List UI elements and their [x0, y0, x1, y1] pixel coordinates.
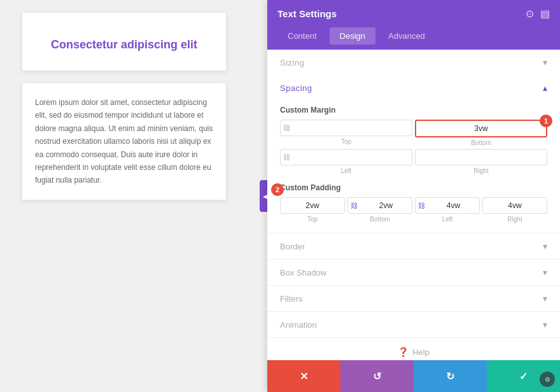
padding-right-wrapper [482, 197, 547, 214]
tabs-row: Content Design Advanced [267, 27, 560, 50]
layout-icon[interactable]: ▤ [540, 8, 550, 20]
spacing-section: Spacing ▴ Custom Margin ⛓ Top [267, 75, 560, 234]
padding-bottom-group: ⛓ Bottom [347, 197, 412, 223]
box-shadow-title: Box Shadow [280, 268, 326, 277]
canvas-heading: Consectetur adipiscing elit [35, 25, 213, 58]
margin-bottom-label: Bottom [471, 139, 491, 146]
settings-panel: Text Settings ⊙ ▤ Content Design Advance… [267, 0, 560, 392]
settings-icon[interactable]: ⊙ [526, 8, 534, 20]
margin-left-group: ⛓ Left [280, 149, 412, 174]
header-icons: ⊙ ▤ [526, 8, 550, 20]
margin-right-wrapper [415, 149, 547, 165]
margin-right-input[interactable] [416, 150, 547, 165]
filters-section-header[interactable]: Filters ▾ [267, 286, 560, 312]
padding-left-input[interactable] [428, 198, 479, 213]
margin-right-label: Right [473, 167, 488, 174]
padding-grid: Top ⛓ Bottom ⛓ [280, 197, 547, 223]
redo-button[interactable]: ↻ [414, 360, 487, 392]
margin-left-wrapper: ⛓ [280, 149, 412, 165]
margin-top-label: Top [341, 138, 351, 145]
border-chevron: ▾ [543, 241, 547, 251]
padding-right-input[interactable] [483, 198, 547, 213]
custom-margin-label: Custom Margin [280, 106, 547, 115]
padding-right-group: Right [482, 197, 547, 223]
padding-link-icon[interactable]: ⛓ [348, 202, 360, 209]
box-shadow-section-header[interactable]: Box Shadow ▾ [267, 260, 560, 286]
filters-chevron: ▾ [543, 293, 547, 304]
animation-section-header[interactable]: Animation ▾ [267, 312, 560, 338]
padding-left-wrapper: ⛓ [415, 197, 480, 214]
margin-bottom-wrapper [415, 120, 547, 137]
padding-right-label: Right [507, 216, 522, 223]
box-shadow-chevron: ▾ [543, 267, 547, 277]
custom-padding-label: Custom Padding [280, 183, 547, 192]
margin-left-label: Left [341, 167, 352, 174]
corner-icon[interactable]: ⚙ [540, 372, 555, 387]
panel-header: Text Settings ⊙ ▤ [267, 0, 560, 27]
sizing-section-header[interactable]: Sizing ▾ [267, 50, 560, 75]
margin-bottom-input[interactable] [416, 121, 546, 136]
margin-left-input[interactable] [293, 150, 412, 165]
help-label: Help [412, 347, 430, 357]
heading-card: Consectetur adipiscing elit [22, 13, 226, 71]
help-icon: ❓ [398, 347, 409, 357]
border-section-header[interactable]: Border ▾ [267, 234, 560, 260]
spacing-section-header[interactable]: Spacing ▴ [267, 75, 560, 101]
body-card: Lorem ipsum dolor sit amet, consectetur … [22, 83, 226, 200]
tab-content[interactable]: Content [277, 27, 327, 45]
margin-grid: ⛓ Top 1 Bottom [280, 120, 547, 174]
animation-title: Animation [280, 320, 317, 330]
padding-left-link-icon[interactable]: ⛓ [416, 202, 428, 209]
canvas-area: Consectetur adipiscing elit Lorem ipsum … [0, 0, 248, 392]
margin-left-link-icon[interactable]: ⛓ [281, 153, 293, 161]
padding-bottom-label: Bottom [370, 216, 390, 223]
panel-content: Sizing ▾ Spacing ▴ Custom Margin ⛓ [267, 50, 560, 360]
sizing-chevron: ▾ [543, 57, 547, 67]
padding-bottom-input[interactable] [360, 198, 412, 213]
tab-advanced[interactable]: Advanced [378, 27, 435, 45]
margin-bottom-group: 1 Bottom [415, 120, 547, 146]
border-title: Border [280, 242, 305, 251]
padding-top-label: Top [307, 216, 318, 223]
spacing-chevron: ▴ [543, 83, 547, 93]
padding-bottom-wrapper: ⛓ [347, 197, 412, 214]
margin-top-group: ⛓ Top [280, 120, 412, 146]
margin-right-group: Right [415, 149, 547, 174]
padding-left-group: ⛓ Left [415, 197, 480, 223]
bottom-bar: ✕ ↺ ↻ ✓ [267, 360, 560, 392]
spacing-content: Custom Margin ⛓ Top [267, 101, 560, 233]
padding-left-label: Left [442, 216, 453, 223]
margin-top-input[interactable] [293, 120, 412, 136]
spacing-title: Spacing [280, 83, 312, 93]
badge-2: 2 [271, 183, 284, 196]
padding-top-group: Top [280, 197, 345, 223]
panel-title: Text Settings [277, 8, 337, 19]
filters-title: Filters [280, 294, 302, 304]
padding-top-input[interactable] [281, 198, 344, 213]
corner-icon-symbol: ⚙ [545, 376, 550, 383]
margin-top-link-icon[interactable]: ⛓ [281, 124, 293, 132]
help-row[interactable]: ❓ Help [267, 338, 560, 360]
tab-design[interactable]: Design [330, 27, 375, 45]
reset-button[interactable]: ↺ [340, 360, 414, 392]
margin-top-wrapper: ⛓ [280, 120, 412, 136]
padding-section: Custom Padding 2 Top ⛓ [280, 183, 547, 223]
cancel-button[interactable]: ✕ [267, 360, 340, 392]
sizing-title: Sizing [280, 58, 304, 67]
padding-top-wrapper [280, 197, 345, 214]
badge-1: 1 [540, 115, 552, 127]
body-text: Lorem ipsum dolor sit amet, consectetur … [35, 96, 213, 187]
animation-chevron: ▾ [543, 319, 547, 330]
